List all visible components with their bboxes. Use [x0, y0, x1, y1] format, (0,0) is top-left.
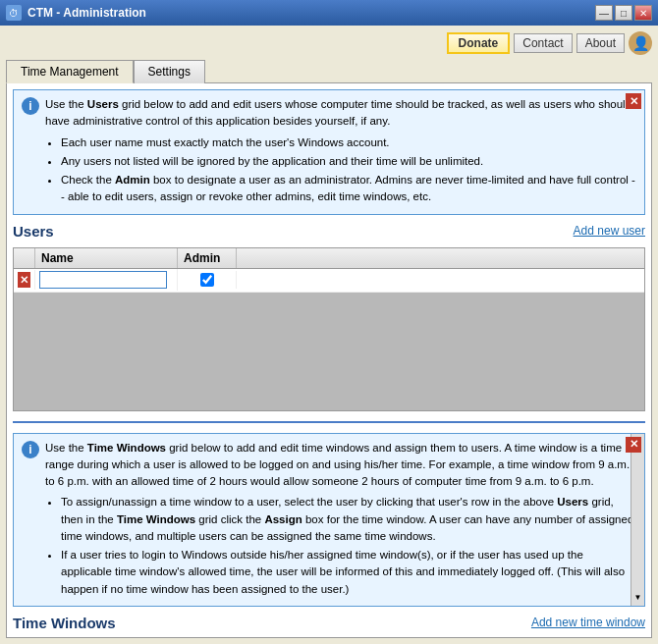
users-title: Users	[13, 223, 54, 240]
user-admin-checkbox[interactable]	[200, 273, 214, 287]
add-new-user-link[interactable]: Add new user	[574, 224, 645, 238]
user-avatar: 👤	[629, 31, 652, 55]
user-admin-cell	[178, 271, 237, 289]
users-info-main: Use the Users grid below to add and edit…	[45, 98, 631, 127]
close-button[interactable]: ✕	[634, 5, 652, 21]
title-bar: ⏱ CTM - Administration — □ ✕	[0, 0, 658, 26]
tw-info-main: Use the Time Windows grid below to add a…	[45, 442, 630, 488]
tw-section-header: Time Windows Add new time window	[13, 613, 645, 633]
tw-info-icon: i	[22, 441, 39, 458]
minimize-button[interactable]: —	[595, 5, 613, 21]
users-info-box: i Use the Users grid below to add and ed…	[13, 89, 645, 215]
user-delete-button[interactable]: ✕	[18, 272, 30, 288]
tab-settings[interactable]: Settings	[134, 60, 205, 83]
user-name-cell	[35, 269, 178, 291]
tw-info-close[interactable]: ✕	[626, 437, 641, 453]
users-grid: Name Admin ✕	[13, 247, 645, 411]
maximize-button[interactable]: □	[615, 5, 632, 21]
users-grid-empty-area	[14, 293, 644, 410]
tw-info-text: Use the Time Windows grid below to add a…	[45, 440, 636, 600]
users-info-close[interactable]: ✕	[626, 93, 641, 109]
users-grid-header: Name Admin	[14, 248, 644, 269]
user-delete-cell: ✕	[14, 270, 35, 290]
tw-title: Time Windows	[13, 615, 116, 631]
col-header-del	[14, 248, 35, 268]
about-button[interactable]: About	[576, 33, 625, 53]
tw-scroll-down[interactable]: ▼	[631, 592, 644, 604]
app-icon: ⏱	[6, 5, 22, 21]
time-windows-info-box: i Use the Time Windows grid below to add…	[13, 433, 645, 607]
col-header-admin: Admin	[178, 248, 237, 268]
users-section-header: Users Add new user	[13, 221, 645, 242]
users-info-bullet-1: Each user name must exactly match the us…	[61, 134, 636, 151]
title-bar-title: CTM - Administration	[27, 6, 146, 20]
main-panel: i Use the Users grid below to add and ed…	[6, 82, 652, 638]
tw-info-bullet-1: To assign/unassign a time window to a us…	[61, 494, 636, 545]
donate-button[interactable]: Donate	[447, 32, 511, 54]
user-name-input[interactable]	[39, 271, 167, 289]
tab-time-management[interactable]: Time Management	[6, 60, 134, 83]
col-header-name: Name	[35, 248, 178, 268]
tabs: Time Management Settings	[6, 59, 652, 82]
window-content: Donate Contact About 👤 Time Management S…	[0, 26, 658, 644]
tw-info-scrollbar[interactable]: ▲ ▼	[631, 434, 644, 606]
section-divider	[13, 421, 645, 423]
users-info-bullet-3: Check the Admin box to designate a user …	[61, 172, 636, 206]
users-grid-row: ✕	[14, 269, 644, 293]
top-toolbar: Donate Contact About 👤	[6, 31, 652, 55]
add-new-time-window-link[interactable]: Add new time window	[531, 616, 645, 629]
contact-button[interactable]: Contact	[514, 33, 572, 53]
title-bar-controls: — □ ✕	[595, 5, 652, 21]
tw-info-bullet-2: If a user tries to login to Windows outs…	[61, 547, 636, 598]
info-icon: i	[22, 97, 39, 115]
users-info-bullet-2: Any users not listed will be ignored by …	[61, 153, 636, 170]
users-info-text: Use the Users grid below to add and edit…	[45, 96, 636, 208]
